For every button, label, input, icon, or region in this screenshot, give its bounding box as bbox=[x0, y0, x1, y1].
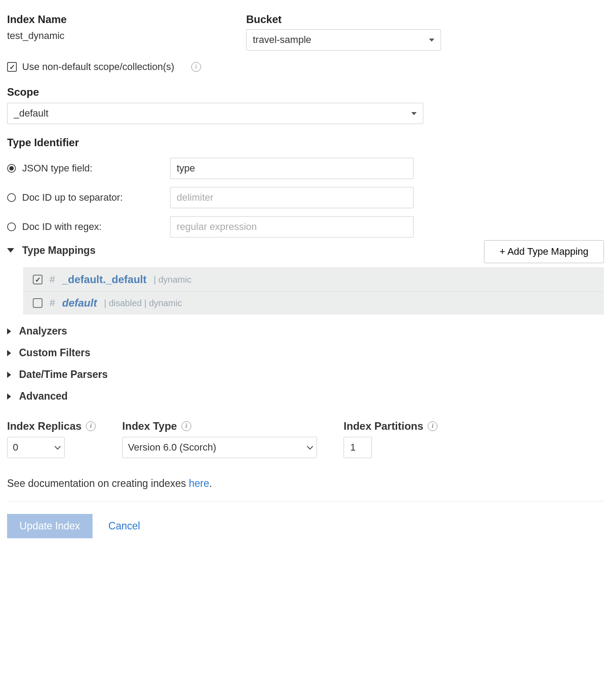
index-partitions-input[interactable] bbox=[344, 437, 372, 458]
datetime-parsers-toggle[interactable]: Date/Time Parsers bbox=[7, 369, 604, 381]
doc-id-separator-label: Doc ID up to separator: bbox=[22, 192, 164, 203]
chevron-down-icon bbox=[307, 443, 313, 450]
index-name-column: Index Name test_dynamic bbox=[7, 13, 228, 51]
mapping-checkbox[interactable] bbox=[33, 275, 43, 284]
json-type-field-row: JSON type field: bbox=[7, 158, 604, 179]
cancel-link[interactable]: Cancel bbox=[108, 520, 140, 532]
doc-id-separator-row: Doc ID up to separator: bbox=[7, 187, 604, 208]
type-mappings-list: # _default._default | dynamic # default … bbox=[23, 268, 604, 315]
json-type-field-input[interactable] bbox=[170, 158, 414, 179]
documentation-pre: See documentation on creating indexes bbox=[7, 478, 189, 489]
info-icon[interactable]: i bbox=[182, 421, 191, 431]
chevron-down-icon bbox=[54, 443, 61, 450]
chevron-down-icon bbox=[7, 248, 14, 253]
info-icon[interactable]: i bbox=[86, 421, 96, 431]
index-replicas-select[interactable]: 0 bbox=[7, 437, 65, 458]
bucket-label: Bucket bbox=[246, 13, 441, 26]
analyzers-label: Analyzers bbox=[19, 325, 67, 337]
json-type-field-label: JSON type field: bbox=[22, 163, 164, 174]
mapping-meta: | dynamic bbox=[154, 275, 191, 285]
json-type-field-radio[interactable] bbox=[7, 164, 16, 173]
index-type-column: Index Type i Version 6.0 (Scorch) bbox=[122, 420, 317, 458]
update-index-button[interactable]: Update Index bbox=[7, 514, 93, 538]
doc-id-separator-input[interactable] bbox=[170, 187, 414, 208]
scope-select[interactable]: _default bbox=[7, 103, 423, 124]
hash-icon: # bbox=[50, 297, 55, 309]
hash-icon: # bbox=[50, 274, 55, 285]
chevron-right-icon bbox=[7, 328, 11, 334]
bucket-column: Bucket travel-sample bbox=[246, 13, 441, 51]
index-partitions-column: Index Partitions i bbox=[344, 420, 437, 458]
chevron-right-icon bbox=[7, 372, 11, 378]
doc-id-regex-row: Doc ID with regex: bbox=[7, 216, 604, 237]
analyzers-toggle[interactable]: Analyzers bbox=[7, 325, 604, 337]
doc-id-regex-label: Doc ID with regex: bbox=[22, 221, 164, 233]
index-replicas-column: Index Replicas i 0 bbox=[7, 420, 96, 458]
doc-id-regex-input[interactable] bbox=[170, 216, 414, 237]
type-mappings-label: Type Mappings bbox=[22, 245, 96, 257]
datetime-parsers-label: Date/Time Parsers bbox=[19, 369, 108, 381]
mapping-name: _default._default bbox=[62, 273, 147, 286]
chevron-down-icon bbox=[411, 112, 417, 115]
bucket-select[interactable]: travel-sample bbox=[246, 29, 441, 51]
info-icon[interactable]: i bbox=[428, 421, 437, 431]
use-non-default-label: Use non-default scope/collection(s) bbox=[22, 61, 174, 73]
documentation-link[interactable]: here bbox=[189, 478, 209, 489]
mapping-name: default bbox=[62, 297, 97, 309]
bucket-select-value: travel-sample bbox=[253, 34, 311, 46]
custom-filters-label: Custom Filters bbox=[19, 347, 90, 359]
doc-id-regex-radio[interactable] bbox=[7, 222, 16, 231]
advanced-label: Advanced bbox=[19, 390, 68, 402]
custom-filters-toggle[interactable]: Custom Filters bbox=[7, 347, 604, 359]
advanced-toggle[interactable]: Advanced bbox=[7, 390, 604, 402]
use-non-default-row: Use non-default scope/collection(s) i bbox=[7, 61, 604, 73]
index-type-value: Version 6.0 (Scorch) bbox=[128, 442, 216, 453]
index-replicas-value: 0 bbox=[13, 442, 18, 453]
documentation-text: See documentation on creating indexes he… bbox=[7, 478, 604, 490]
index-partitions-label: Index Partitions bbox=[344, 420, 423, 432]
type-mappings-toggle[interactable]: Type Mappings bbox=[7, 245, 96, 257]
doc-id-separator-radio[interactable] bbox=[7, 193, 16, 202]
info-icon[interactable]: i bbox=[191, 62, 201, 72]
divider bbox=[7, 501, 604, 502]
index-name-value: test_dynamic bbox=[7, 30, 228, 42]
type-identifier-label: Type Identifier bbox=[7, 136, 604, 149]
chevron-right-icon bbox=[7, 350, 11, 356]
scope-label: Scope bbox=[7, 86, 604, 98]
type-mapping-row[interactable]: # default | disabled | dynamic bbox=[23, 291, 604, 315]
mapping-checkbox[interactable] bbox=[33, 298, 43, 308]
index-replicas-label: Index Replicas bbox=[7, 420, 81, 432]
use-non-default-checkbox[interactable] bbox=[7, 62, 17, 72]
mapping-meta: | disabled | dynamic bbox=[104, 298, 182, 308]
index-type-label: Index Type bbox=[122, 420, 177, 432]
scope-select-value: _default bbox=[14, 108, 48, 119]
index-name-label: Index Name bbox=[7, 13, 228, 26]
add-type-mapping-button[interactable]: + Add Type Mapping bbox=[484, 240, 604, 263]
index-type-select[interactable]: Version 6.0 (Scorch) bbox=[122, 437, 317, 458]
type-mapping-row[interactable]: # _default._default | dynamic bbox=[23, 268, 604, 291]
documentation-post: . bbox=[209, 478, 212, 489]
chevron-down-icon bbox=[429, 39, 434, 42]
chevron-right-icon bbox=[7, 393, 11, 400]
